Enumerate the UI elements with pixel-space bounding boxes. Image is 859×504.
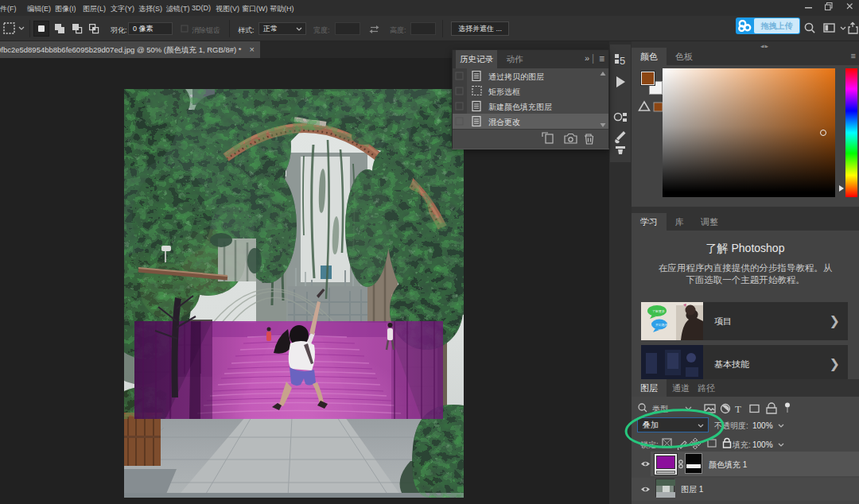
svg-text:5: 5 [620,55,625,67]
svg-text:了解更多: 了解更多 [652,309,665,313]
svg-text:T: T [735,403,741,415]
svg-text:类型: 类型 [652,405,668,413]
